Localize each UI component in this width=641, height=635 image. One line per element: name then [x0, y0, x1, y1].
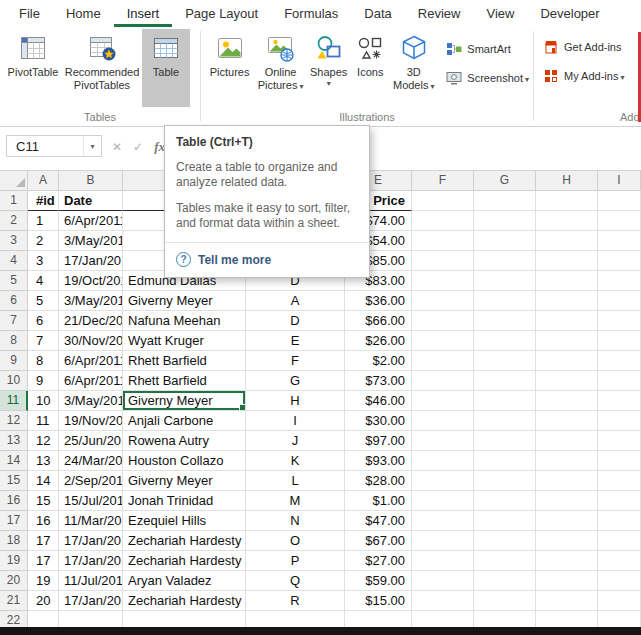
cell-I4[interactable] [598, 251, 641, 271]
row-header-5[interactable]: 5 [0, 271, 28, 291]
cell-D15[interactable]: L [246, 471, 345, 491]
cell-G3[interactable] [474, 231, 536, 251]
cell-E11[interactable]: $46.00 [345, 391, 412, 411]
cell-C18[interactable]: Zechariah Hardesty [123, 531, 246, 551]
cell-H7[interactable] [536, 311, 598, 331]
cell-C13[interactable]: Rowena Autry [123, 431, 246, 451]
recommended-pivottables-button[interactable]: Recommended PivotTables [62, 29, 142, 107]
tell-me-more-link[interactable]: ? Tell me more [176, 252, 358, 267]
cell-F3[interactable] [412, 231, 474, 251]
cell-E14[interactable]: $93.00 [345, 451, 412, 471]
3d-models-button[interactable]: 3D Models▾ [390, 29, 437, 107]
row-header-2[interactable]: 2 [0, 211, 28, 231]
cell-E19[interactable]: $27.00 [345, 551, 412, 571]
cell-G17[interactable] [474, 511, 536, 531]
cell-I2[interactable] [598, 211, 641, 231]
cell-H4[interactable] [536, 251, 598, 271]
tab-review[interactable]: Review [405, 0, 474, 27]
cell-D21[interactable]: R [246, 591, 345, 611]
cell-H3[interactable] [536, 231, 598, 251]
cell-I16[interactable] [598, 491, 641, 511]
cell-E8[interactable]: $26.00 [345, 331, 412, 351]
cell-B21[interactable]: 17/Jan/2011 [59, 591, 123, 611]
cell-B10[interactable]: 6/Apr/2011 [59, 371, 123, 391]
cell-I7[interactable] [598, 311, 641, 331]
cell-C17[interactable]: Ezequiel Hills [123, 511, 246, 531]
smartart-button[interactable]: SmartArt [442, 39, 533, 59]
cell-G8[interactable] [474, 331, 536, 351]
tab-developer[interactable]: Developer [527, 0, 612, 27]
tab-page-layout[interactable]: Page Layout [172, 0, 271, 27]
tab-insert[interactable]: Insert [114, 0, 173, 27]
cell-G4[interactable] [474, 251, 536, 271]
cell-H14[interactable] [536, 451, 598, 471]
cell-D19[interactable]: P [246, 551, 345, 571]
row-header-6[interactable]: 6 [0, 291, 28, 311]
row-header-13[interactable]: 13 [0, 431, 28, 451]
cell-B13[interactable]: 25/Jun/2011 [59, 431, 123, 451]
column-header-G[interactable]: G [474, 171, 536, 191]
shapes-button[interactable]: Shapes ▾ [307, 29, 350, 107]
cell-A20[interactable]: 19 [28, 571, 59, 591]
tab-data[interactable]: Data [351, 0, 404, 27]
cell-E20[interactable]: $59.00 [345, 571, 412, 591]
pictures-button[interactable]: Pictures [205, 29, 254, 107]
row-header-16[interactable]: 16 [0, 491, 28, 511]
cell-F1[interactable] [412, 191, 474, 211]
row-header-4[interactable]: 4 [0, 251, 28, 271]
cell-F2[interactable] [412, 211, 474, 231]
cell-F6[interactable] [412, 291, 474, 311]
cell-G16[interactable] [474, 491, 536, 511]
cell-C15[interactable]: Giverny Meyer [123, 471, 246, 491]
get-addins-button[interactable]: Get Add-ins [539, 37, 641, 57]
cell-A15[interactable]: 14 [28, 471, 59, 491]
cell-E21[interactable]: $15.00 [345, 591, 412, 611]
cell-H19[interactable] [536, 551, 598, 571]
cell-H1[interactable] [536, 191, 598, 211]
cell-A6[interactable]: 5 [28, 291, 59, 311]
cell-I12[interactable] [598, 411, 641, 431]
row-header-10[interactable]: 10 [0, 371, 28, 391]
cell-F4[interactable] [412, 251, 474, 271]
cell-E12[interactable]: $30.00 [345, 411, 412, 431]
my-addins-button[interactable]: My Add-ins▾ [539, 66, 641, 86]
cell-F11[interactable] [412, 391, 474, 411]
cell-G7[interactable] [474, 311, 536, 331]
cell-D17[interactable]: N [246, 511, 345, 531]
cell-C19[interactable]: Zechariah Hardesty [123, 551, 246, 571]
cell-A14[interactable]: 13 [28, 451, 59, 471]
row-header-3[interactable]: 3 [0, 231, 28, 251]
cell-F12[interactable] [412, 411, 474, 431]
cell-H5[interactable] [536, 271, 598, 291]
cell-G5[interactable] [474, 271, 536, 291]
cell-B14[interactable]: 24/Mar/2011 [59, 451, 123, 471]
name-box-dropdown-icon[interactable]: ▾ [83, 136, 101, 156]
cell-F19[interactable] [412, 551, 474, 571]
cell-I11[interactable] [598, 391, 641, 411]
cell-A12[interactable]: 11 [28, 411, 59, 431]
cell-A5[interactable]: 4 [28, 271, 59, 291]
cell-A13[interactable]: 12 [28, 431, 59, 451]
cell-G14[interactable] [474, 451, 536, 471]
cell-D14[interactable]: K [246, 451, 345, 471]
cell-D10[interactable]: G [246, 371, 345, 391]
cell-E10[interactable]: $73.00 [345, 371, 412, 391]
cell-B12[interactable]: 19/Nov/2011 [59, 411, 123, 431]
cell-I13[interactable] [598, 431, 641, 451]
cell-H16[interactable] [536, 491, 598, 511]
cell-D7[interactable]: D [246, 311, 345, 331]
row-header-7[interactable]: 7 [0, 311, 28, 331]
cell-C10[interactable]: Rhett Barfield [123, 371, 246, 391]
column-header-I[interactable]: I [598, 171, 641, 191]
column-header-B[interactable]: B [59, 171, 123, 191]
cell-I15[interactable] [598, 471, 641, 491]
cell-G11[interactable] [474, 391, 536, 411]
enter-icon[interactable]: ✓ [133, 140, 143, 154]
row-header-18[interactable]: 18 [0, 531, 28, 551]
cell-C6[interactable]: Giverny Meyer [123, 291, 246, 311]
cell-G13[interactable] [474, 431, 536, 451]
cell-B9[interactable]: 6/Apr/2011 [59, 351, 123, 371]
cell-I18[interactable] [598, 531, 641, 551]
cell-E6[interactable]: $36.00 [345, 291, 412, 311]
cell-C11[interactable]: Giverny Meyer [123, 391, 246, 411]
